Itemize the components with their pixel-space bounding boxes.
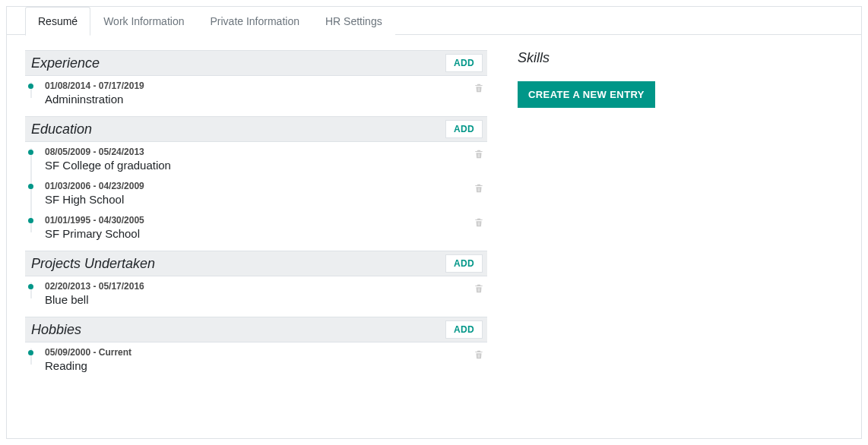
resume-entry[interactable]: 01/03/2006 - 04/23/2009 SF High School [33, 176, 487, 210]
entry-title: Admininstration [45, 93, 487, 106]
create-new-entry-button[interactable]: CREATE A NEW ENTRY [518, 81, 655, 108]
resume-column: Experience ADD 01/08/2014 - 07/17/2019 A… [25, 44, 487, 377]
timeline-dot-icon [28, 184, 33, 189]
trash-icon[interactable] [474, 282, 484, 295]
entry-title: SF High School [45, 193, 487, 206]
timeline-dot-icon [28, 218, 33, 223]
page-wrapper: Resumé Work Information Private Informat… [6, 6, 862, 439]
trash-icon[interactable] [474, 82, 484, 94]
skills-column: Skills CREATE A NEW ENTRY [518, 44, 843, 377]
timeline: 01/08/2014 - 07/17/2019 Admininstration [25, 76, 487, 110]
entry-dates: 01/03/2006 - 04/23/2009 [45, 181, 487, 191]
tab-work-information[interactable]: Work Information [90, 7, 197, 35]
trash-icon[interactable] [474, 182, 484, 194]
entry-title: Reading [45, 359, 487, 372]
section-header: Experience ADD [25, 50, 487, 76]
entry-title: Blue bell [45, 293, 487, 306]
timeline-dot-icon [28, 84, 33, 89]
timeline: 05/09/2000 - Current Reading [25, 342, 487, 377]
timeline: 02/20/2013 - 05/17/2016 Blue bell [25, 276, 487, 311]
section-header: Projects Undertaken ADD [25, 251, 487, 276]
resume-entry[interactable]: 01/08/2014 - 07/17/2019 Admininstration [33, 76, 487, 110]
trash-icon[interactable] [474, 349, 484, 361]
add-button[interactable]: ADD [445, 254, 483, 273]
section-header: Hobbies ADD [25, 317, 487, 342]
section-title: Projects Undertaken [31, 256, 155, 272]
section-hobbies: Hobbies ADD 05/09/2000 - Current Reading [25, 317, 487, 377]
resume-entry[interactable]: 01/01/1995 - 04/30/2005 SF Primary Schoo… [33, 210, 487, 245]
entry-title: SF College of graduation [45, 159, 487, 172]
skills-title: Skills [518, 50, 843, 66]
entry-dates: 02/20/2013 - 05/17/2016 [45, 281, 487, 292]
section-projects: Projects Undertaken ADD 02/20/2013 - 05/… [25, 251, 487, 311]
add-button[interactable]: ADD [445, 54, 483, 72]
section-experience: Experience ADD 01/08/2014 - 07/17/2019 A… [25, 50, 487, 110]
entry-dates: 01/01/1995 - 04/30/2005 [45, 215, 487, 226]
entry-title: SF Primary School [45, 227, 487, 240]
tab-content: Experience ADD 01/08/2014 - 07/17/2019 A… [7, 35, 861, 395]
tabs: Resumé Work Information Private Informat… [7, 7, 861, 35]
timeline-dot-icon [28, 350, 33, 355]
add-button[interactable]: ADD [445, 120, 483, 138]
entry-dates: 01/08/2014 - 07/17/2019 [45, 80, 487, 91]
resume-entry[interactable]: 08/05/2009 - 05/24/2013 SF College of gr… [33, 142, 487, 176]
section-education: Education ADD 08/05/2009 - 05/24/2013 SF… [25, 116, 487, 245]
tab-hr-settings[interactable]: HR Settings [312, 7, 395, 35]
entry-dates: 08/05/2009 - 05/24/2013 [45, 147, 487, 157]
section-title: Hobbies [31, 322, 81, 338]
timeline-dot-icon [28, 150, 33, 155]
timeline-dot-icon [28, 284, 33, 289]
add-button[interactable]: ADD [445, 320, 483, 339]
section-header: Education ADD [25, 116, 487, 142]
tab-private-information[interactable]: Private Information [197, 7, 312, 35]
section-title: Education [31, 122, 92, 137]
trash-icon[interactable] [474, 216, 484, 229]
entry-dates: 05/09/2000 - Current [45, 347, 487, 358]
resume-entry[interactable]: 05/09/2000 - Current Reading [33, 342, 487, 377]
timeline: 08/05/2009 - 05/24/2013 SF College of gr… [25, 142, 487, 245]
trash-icon[interactable] [474, 148, 484, 160]
tab-resume[interactable]: Resumé [25, 7, 90, 36]
section-title: Experience [31, 55, 100, 71]
resume-entry[interactable]: 02/20/2013 - 05/17/2016 Blue bell [33, 276, 487, 311]
